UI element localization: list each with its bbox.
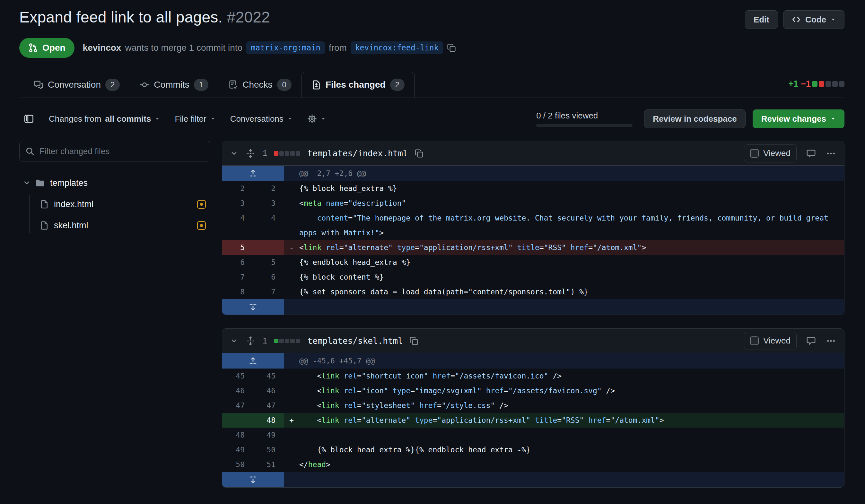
line-marker	[284, 196, 299, 211]
old-line-number[interactable]: 8	[222, 284, 253, 299]
old-line-number[interactable]: 7	[222, 270, 253, 284]
copy-branch-icon[interactable]	[447, 43, 456, 52]
tree-children: index.htmlskel.html	[19, 194, 210, 236]
review-changes-button[interactable]: Review changes	[753, 109, 844, 128]
file-comment-button[interactable]	[804, 147, 818, 160]
new-line-number[interactable]: 3	[253, 196, 284, 211]
old-line-number[interactable]: 5	[222, 240, 253, 255]
conversations-dropdown[interactable]: Conversations	[230, 114, 292, 124]
expand-up-button[interactable]	[222, 166, 284, 181]
viewed-button[interactable]: Viewed	[744, 332, 797, 350]
tabnav-tabs: Conversation2Commits1Checks0Files change…	[24, 72, 415, 97]
tree-file-index-html[interactable]: index.html	[40, 194, 210, 215]
diff-file-header: 1templates/index.htmlViewed	[222, 141, 844, 166]
new-line-number[interactable]: 50	[253, 442, 284, 457]
tree-folder-templates[interactable]: templates	[19, 172, 210, 194]
tree-folder-label: templates	[50, 178, 88, 188]
toolbar-left: Changes from all commits File filter Con…	[24, 114, 326, 124]
diff-settings-dropdown[interactable]	[307, 114, 326, 124]
expand-down-button[interactable]	[222, 472, 284, 487]
old-line-number[interactable]: 4	[222, 211, 253, 240]
base-branch-label[interactable]: matrix-org:main	[246, 42, 325, 54]
diff-line: 4849	[222, 427, 844, 442]
viewed-button[interactable]: Viewed	[744, 144, 797, 162]
old-line-number[interactable]: 48	[222, 427, 253, 442]
file-filter-dropdown[interactable]: File filter	[175, 114, 215, 124]
kebab-icon	[826, 149, 836, 158]
code-button[interactable]: Code	[783, 10, 844, 29]
file-diff-icon	[311, 80, 321, 90]
old-line-number[interactable]: 47	[222, 398, 253, 413]
old-line-number[interactable]: 46	[222, 383, 253, 398]
file-options-button[interactable]	[824, 334, 838, 348]
viewed-checkbox[interactable]	[750, 337, 759, 345]
tab-label: Commits	[154, 80, 189, 90]
new-line-number[interactable]: 4	[253, 211, 284, 240]
copy-icon	[415, 149, 424, 158]
new-line-number[interactable]: 2	[253, 181, 284, 196]
new-line-number[interactable]: 45	[253, 368, 284, 383]
diff-panel: 1templates/skel.htmlViewed@@ -45,6 +45,7…	[222, 328, 844, 488]
chevron-down-icon	[231, 150, 238, 157]
old-line-number[interactable]: 50	[222, 457, 253, 472]
file-comment-button[interactable]	[804, 334, 818, 348]
line-code: <link rel="alternate" type="application/…	[299, 240, 844, 255]
expander-row	[222, 299, 844, 315]
new-line-number[interactable]: 5	[253, 255, 284, 270]
new-line-number[interactable]: 48	[253, 413, 284, 427]
expander-row-fill	[284, 472, 844, 487]
review-in-codespace-button[interactable]: Review in codespace	[644, 109, 746, 128]
old-line-number[interactable]: 3	[222, 196, 253, 211]
edit-button[interactable]: Edit	[745, 10, 778, 29]
tab-files-changed[interactable]: Files changed2	[301, 72, 415, 97]
tab-label: Checks	[242, 80, 272, 90]
line-marker	[284, 211, 299, 240]
collapse-file-button[interactable]	[229, 148, 240, 159]
expand-all-button[interactable]	[244, 147, 257, 160]
new-line-number[interactable]: 49	[253, 427, 284, 442]
new-line-number[interactable]: 6	[253, 270, 284, 284]
git-commit-icon	[140, 80, 149, 90]
search-icon	[25, 147, 34, 156]
old-line-number[interactable]: 45	[222, 368, 253, 383]
new-line-number[interactable]: 47	[253, 398, 284, 413]
tree-file-skel-html[interactable]: skel.html	[40, 215, 210, 236]
toggle-file-tree-button[interactable]	[24, 114, 34, 124]
expand-down-button[interactable]	[222, 299, 284, 315]
pr-author[interactable]: kevincox	[83, 43, 122, 53]
diffstat-square	[279, 339, 284, 343]
expand-down-icon	[249, 475, 257, 484]
tab-checks[interactable]: Checks0	[218, 72, 301, 97]
tab-conversation[interactable]: Conversation2	[24, 72, 130, 97]
copy-path-button[interactable]	[407, 335, 420, 347]
kebab-icon	[826, 336, 836, 346]
collapse-file-button[interactable]	[229, 336, 240, 347]
file-options-button[interactable]	[824, 147, 838, 160]
pr-state-badge: Open	[19, 38, 74, 58]
viewed-label: Viewed	[763, 336, 791, 346]
header-actions: Edit Code	[745, 8, 844, 29]
diff-line: 44 content="The homepage of the matrix.o…	[222, 211, 844, 240]
old-line-number[interactable]	[222, 413, 253, 427]
line-code: {% block head_extra %}	[299, 181, 844, 196]
old-line-number[interactable]: 2	[222, 181, 253, 196]
new-line-number[interactable]: 46	[253, 383, 284, 398]
old-line-number[interactable]: 49	[222, 442, 253, 457]
new-line-number[interactable]	[253, 240, 284, 255]
old-line-number[interactable]: 6	[222, 255, 253, 270]
hunk-row: @@ -2,7 +2,6 @@	[222, 166, 844, 181]
changes-from-dropdown[interactable]: Changes from all commits	[49, 114, 160, 124]
new-line-number[interactable]: 7	[253, 284, 284, 299]
tab-commits[interactable]: Commits1	[130, 72, 218, 97]
expand-all-button[interactable]	[244, 335, 257, 347]
line-marker: +	[284, 413, 299, 427]
diffstat-square	[296, 151, 300, 156]
expand-up-button[interactable]	[222, 353, 284, 368]
viewed-checkbox[interactable]	[750, 149, 759, 157]
new-line-number[interactable]: 51	[253, 457, 284, 472]
filter-changed-files-input[interactable]	[39, 146, 204, 156]
head-branch-label[interactable]: kevincox:feed-link	[350, 42, 443, 54]
tab-counter: 0	[277, 79, 291, 91]
copy-path-button[interactable]	[413, 147, 425, 160]
file-diffstat	[273, 151, 300, 156]
